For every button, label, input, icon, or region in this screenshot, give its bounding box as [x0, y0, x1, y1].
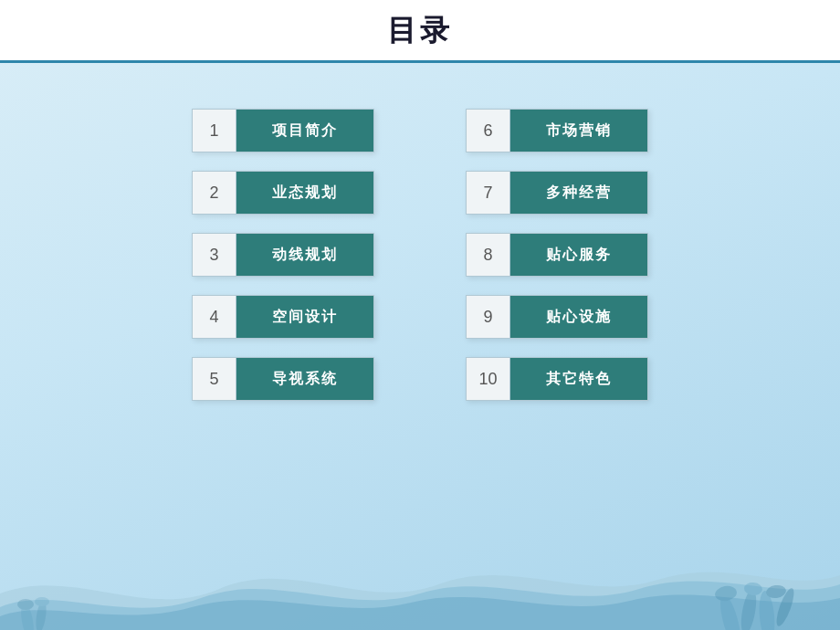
menu-item-6[interactable]: 6 市场营销: [466, 109, 648, 152]
left-column: 1 项目简介 2 业态规划 3 动线规划 4 空间设计 5 导视系统: [192, 109, 374, 401]
menu-number-10: 10: [467, 358, 510, 400]
page-title: 目录: [27, 11, 813, 51]
menu-label-3: 动线规划: [236, 234, 373, 276]
svg-point-10: [35, 597, 49, 606]
menu-number-8: 8: [467, 234, 510, 276]
menu-label-1: 项目简介: [236, 110, 373, 152]
menu-number-7: 7: [467, 172, 510, 214]
menu-item-1[interactable]: 1 项目简介: [192, 109, 374, 152]
menu-number-4: 4: [193, 296, 236, 338]
menu-item-5[interactable]: 5 导视系统: [192, 357, 374, 401]
menu-label-4: 空间设计: [236, 296, 373, 338]
menu-item-3[interactable]: 3 动线规划: [192, 233, 374, 277]
menu-number-2: 2: [193, 172, 236, 214]
menu-number-3: 3: [193, 234, 236, 276]
menu-item-2[interactable]: 2 业态规划: [192, 171, 374, 215]
menu-label-9: 贴心设施: [510, 296, 647, 338]
menu-label-8: 贴心服务: [510, 234, 647, 276]
menu-label-7: 多种经营: [510, 172, 647, 214]
svg-point-9: [17, 599, 34, 610]
menu-label-2: 业态规划: [236, 172, 373, 214]
menu-label-6: 市场营销: [510, 110, 647, 152]
menu-item-9[interactable]: 9 贴心设施: [466, 295, 648, 339]
menu-number-5: 5: [193, 358, 236, 400]
right-column: 6 市场营销 7 多种经营 8 贴心服务 9 贴心设施 10 其它特色: [466, 109, 648, 401]
menu-item-7[interactable]: 7 多种经营: [466, 171, 648, 215]
menu-item-8[interactable]: 8 贴心服务: [466, 233, 648, 277]
menu-grid: 1 项目简介 2 业态规划 3 动线规划 4 空间设计 5 导视系统 6 市场营…: [0, 63, 840, 419]
menu-item-10[interactable]: 10 其它特色: [466, 357, 648, 401]
menu-number-6: 6: [467, 110, 510, 152]
wave-decoration: [0, 520, 840, 630]
menu-item-4[interactable]: 4 空间设计: [192, 295, 374, 339]
menu-label-10: 其它特色: [510, 358, 647, 400]
menu-label-5: 导视系统: [236, 358, 373, 400]
menu-number-1: 1: [193, 110, 236, 152]
page-header: 目录: [0, 0, 840, 63]
menu-number-9: 9: [467, 296, 510, 338]
